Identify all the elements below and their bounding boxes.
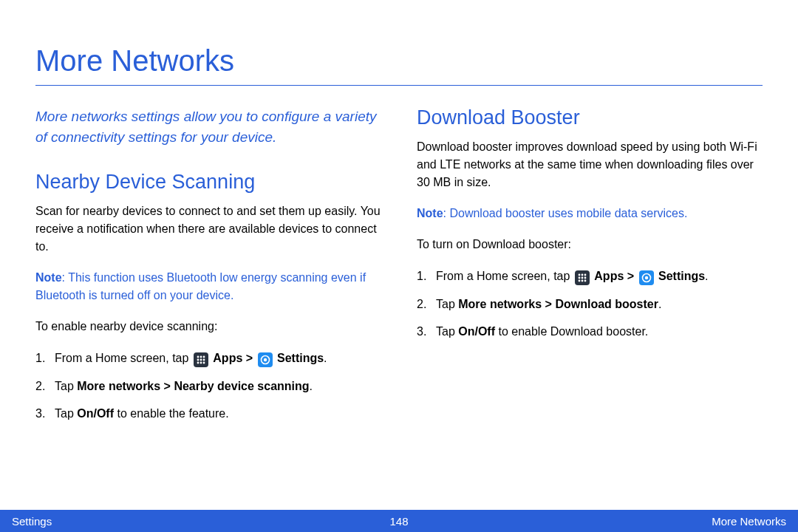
step2-bold: More networks > Nearby device scanning [77,380,309,392]
svg-point-21 [644,276,647,279]
note-body: : Download booster uses mobile data serv… [443,207,688,219]
step1-apps: Apps [594,270,624,282]
svg-point-18 [581,280,583,282]
page-title: More Networks [35,44,763,86]
svg-point-7 [200,362,202,364]
svg-point-5 [202,359,205,361]
footer-right: More Networks [712,515,786,528]
step3-bold: On/Off [77,407,114,420]
right-column: Download Booster Download booster improv… [417,106,763,432]
svg-point-17 [578,280,580,282]
page-footer: Settings 148 More Networks [0,510,798,532]
note-label: Note [417,207,443,219]
step1-sep: > [624,270,637,282]
step-1: From a Home screen, tap Apps > Settings. [417,267,763,286]
nearby-scanning-body: Scan for nearby devices to connect to an… [35,202,381,256]
download-booster-heading: Download Booster [417,106,763,129]
apps-icon [194,352,208,367]
step2-prefix: Tap [436,298,458,310]
download-booster-note: Note: Download booster uses mobile data … [417,205,763,222]
settings-icon [639,270,654,285]
nearby-scanning-lead: To enable nearby device scanning: [35,318,381,335]
step1-settings: Settings [658,270,705,282]
step1-prefix: From a Home screen, tap [436,270,573,282]
apps-icon [575,270,590,285]
svg-point-15 [581,277,583,279]
download-booster-lead: To turn on Download booster: [417,236,763,253]
step2-prefix: Tap [55,380,77,392]
note-label: Note [35,271,62,284]
svg-point-8 [202,362,205,364]
svg-point-2 [202,356,205,358]
svg-point-4 [200,359,202,361]
nearby-scanning-steps: From a Home screen, tap Apps > Settings.… [35,349,381,423]
step1-prefix: From a Home screen, tap [55,352,192,364]
footer-page-number: 148 [389,515,408,528]
nearby-scanning-heading: Nearby Device Scanning [35,171,381,194]
step2-suffix: . [310,380,313,392]
svg-point-19 [584,280,586,282]
svg-point-11 [578,274,580,276]
svg-point-13 [584,274,586,276]
svg-point-10 [263,358,266,361]
intro-text: More networks settings allow you to conf… [35,106,381,147]
svg-point-0 [197,356,199,358]
svg-point-3 [197,359,199,361]
step-3: Tap On/Off to enable Download booster. [417,322,763,341]
step1-settings: Settings [277,352,324,364]
footer-left: Settings [12,515,52,528]
note-body: : This function uses Bluetooth low energ… [35,271,366,301]
download-booster-body: Download booster improves download speed… [417,138,763,191]
nearby-scanning-note: Note: This function uses Bluetooth low e… [35,269,381,304]
svg-point-1 [200,356,202,358]
svg-point-6 [197,362,199,364]
step-2: Tap More networks > Nearby device scanni… [35,377,381,396]
step2-suffix: . [658,298,661,310]
step-2: Tap More networks > Download booster. [417,295,763,314]
step-3: Tap On/Off to enable the feature. [35,404,381,423]
step3-prefix: Tap [55,407,77,420]
step3-prefix: Tap [436,325,458,338]
step3-suffix: to enable the feature. [114,407,229,420]
step1-suffix: . [324,352,327,364]
step1-sep: > [242,352,256,364]
step3-bold: On/Off [458,325,495,338]
step-1: From a Home screen, tap Apps > Settings. [35,349,381,368]
left-column: More networks settings allow you to conf… [35,106,381,432]
step2-bold: More networks > Download booster [458,298,658,310]
settings-icon [258,352,273,367]
svg-point-12 [581,274,583,276]
step1-apps: Apps [213,352,242,364]
step3-suffix: to enable Download booster. [495,325,648,338]
svg-point-14 [578,277,580,279]
download-booster-steps: From a Home screen, tap Apps > Settings.… [417,267,763,341]
step1-suffix: . [705,270,708,282]
svg-point-16 [584,277,586,279]
